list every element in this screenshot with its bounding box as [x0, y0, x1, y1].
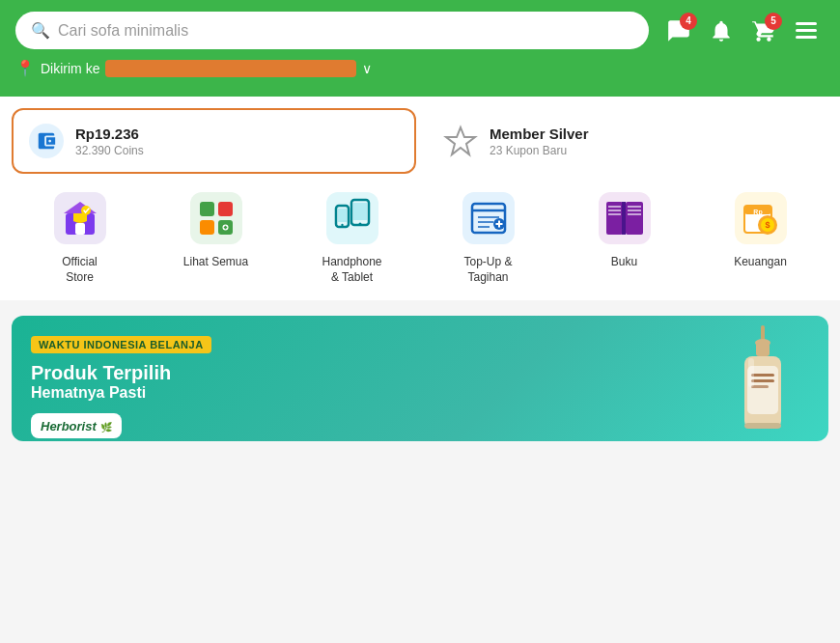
message-badge: 4: [680, 13, 697, 30]
menu-line-1: [796, 22, 817, 25]
category-buku[interactable]: Buku: [576, 189, 673, 270]
category-official-store[interactable]: Official Store: [32, 189, 128, 285]
member-info: Member Silver 23 Kupon Baru: [490, 126, 589, 157]
search-row: 🔍 Cari sofa minimalis 4: [15, 12, 825, 49]
topup-tagihan-icon-wrap: [460, 189, 518, 247]
balance-card-wallet[interactable]: Rp19.236 32.390 Coins: [12, 108, 416, 174]
svg-rect-31: [608, 213, 621, 215]
svg-rect-34: [628, 210, 641, 211]
official-store-label: Official Store: [62, 255, 97, 285]
svg-rect-35: [628, 213, 641, 215]
svg-text:$: $: [765, 220, 770, 230]
search-placeholder: Cari sofa minimalis: [58, 22, 188, 40]
brand-logo: Herborist: [41, 419, 97, 433]
menu-line-2: [796, 29, 817, 32]
location-bar-placeholder: [105, 60, 356, 77]
wallet-amount: Rp19.236: [75, 126, 144, 142]
lihat-semua-icon: [190, 192, 242, 244]
svg-rect-6: [200, 202, 214, 216]
category-topup-tagihan[interactable]: Top-Up & Tagihan: [440, 189, 537, 285]
search-bar[interactable]: 🔍 Cari sofa minimalis: [15, 12, 649, 49]
buku-icon: [599, 192, 651, 244]
balance-card-member[interactable]: Member Silver 23 Kupon Baru: [428, 108, 828, 174]
svg-rect-3: [75, 223, 85, 235]
category-keuangan[interactable]: Rp $ Keuangan: [713, 189, 809, 270]
message-button[interactable]: 4: [660, 13, 697, 49]
lihat-semua-label: Lihat Semua: [183, 255, 248, 270]
bell-icon: [709, 18, 734, 43]
header-icons: 4 5: [660, 13, 825, 49]
search-icon: 🔍: [31, 21, 50, 40]
location-row: 📍 Dikirim ke ∨: [15, 59, 825, 77]
wallet-info: Rp19.236 32.390 Coins: [75, 126, 144, 157]
handphone-tablet-icon: [326, 192, 378, 244]
banner-inner[interactable]: WAKTU INDONESIA BELANJA Produk Terpilih …: [12, 316, 828, 441]
location-icon: 📍: [15, 59, 35, 77]
menu-button[interactable]: [788, 13, 825, 49]
categories-row: Official Store: [12, 189, 828, 285]
svg-rect-7: [218, 202, 233, 216]
svg-point-17: [341, 224, 343, 226]
balance-row: Rp19.236 32.390 Coins Member Silver 23 K…: [12, 97, 828, 185]
buku-icon-wrap: [596, 189, 654, 247]
member-icon: [443, 124, 478, 158]
header: 🔍 Cari sofa minimalis 4: [0, 0, 840, 97]
svg-rect-36: [622, 202, 626, 235]
cart-button[interactable]: 5: [745, 13, 782, 49]
member-title: Member Silver: [490, 126, 589, 142]
svg-point-4: [81, 206, 91, 215]
menu-line-3: [796, 36, 817, 39]
svg-rect-13: [353, 203, 367, 220]
lihat-semua-icon-wrap: [187, 189, 245, 247]
banner-section: WAKTU INDONESIA BELANJA Produk Terpilih …: [0, 308, 840, 453]
category-lihat-semua[interactable]: Lihat Semua: [168, 189, 265, 270]
wallet-icon: [29, 124, 64, 158]
location-chevron[interactable]: ∨: [362, 61, 372, 76]
handphone-tablet-icon-wrap: [323, 189, 381, 247]
svg-marker-0: [446, 127, 475, 154]
svg-point-14: [358, 223, 361, 226]
banner-tag: WAKTU INDONESIA BELANJA: [31, 336, 211, 353]
svg-rect-8: [200, 220, 214, 235]
topup-tagihan-icon: [462, 192, 515, 244]
topup-tagihan-label: Top-Up & Tagihan: [463, 255, 512, 285]
wallet-svg: [36, 130, 57, 152]
member-svg: [443, 124, 478, 158]
keuangan-icon-wrap: Rp $: [732, 189, 790, 247]
svg-rect-18: [462, 192, 515, 244]
wallet-coins: 32.390 Coins: [75, 144, 144, 157]
category-handphone-tablet[interactable]: Handphone & Tablet: [304, 189, 401, 285]
official-store-icon: [54, 192, 106, 244]
notification-button[interactable]: [703, 13, 740, 49]
official-store-icon-wrap: [51, 189, 109, 247]
handphone-tablet-label: Handphone & Tablet: [322, 255, 381, 285]
buku-label: Buku: [611, 255, 637, 270]
svg-rect-30: [608, 210, 621, 211]
svg-text:Rp: Rp: [753, 209, 762, 216]
keuangan-icon: Rp $: [735, 192, 787, 244]
keuangan-label: Keuangan: [734, 255, 787, 270]
location-label: Dikirim ke: [41, 61, 99, 76]
cart-badge: 5: [765, 13, 782, 30]
categories-section: Official Store: [12, 185, 828, 300]
banner-title: Produk Terpilih: [31, 361, 809, 384]
svg-rect-5: [190, 192, 242, 244]
banner-subtitle: Hematnya Pasti: [31, 384, 809, 402]
member-subtitle: 23 Kupon Baru: [490, 144, 589, 157]
svg-rect-29: [608, 206, 621, 208]
svg-rect-16: [338, 209, 347, 222]
svg-rect-33: [628, 206, 641, 208]
